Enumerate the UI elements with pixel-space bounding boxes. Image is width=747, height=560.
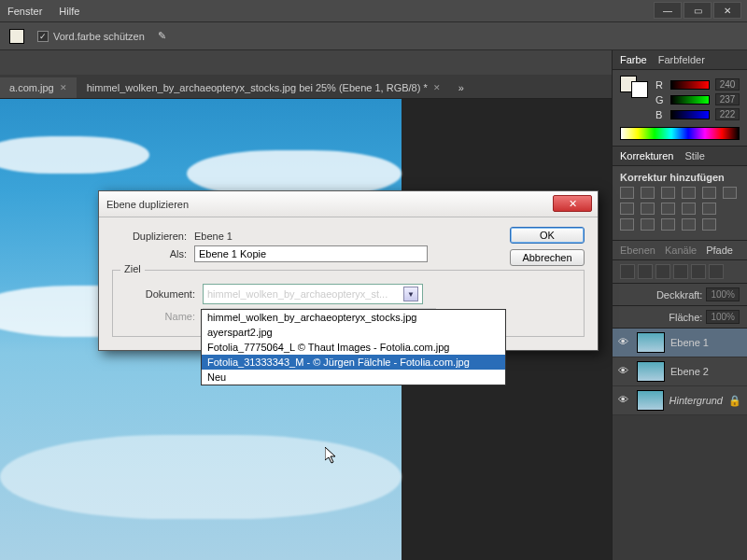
color-spectrum[interactable] — [620, 127, 740, 140]
layer-filter-icon[interactable] — [620, 264, 635, 279]
document-dropdown-list: himmel_wolken_by_archaeopteryx_stocks.jp… — [201, 309, 506, 385]
tab-doc2[interactable]: himmel_wolken_by_archaeopteryx_stocks.jp… — [78, 77, 450, 98]
layer-thumb[interactable] — [637, 390, 664, 411]
tab-farbfelder[interactable]: Farbfelder — [658, 54, 705, 65]
tab-farbe[interactable]: Farbe — [620, 54, 647, 65]
dropdown-option[interactable]: ayerspart2.jpg — [202, 325, 505, 340]
dropdown-option[interactable]: Neu — [202, 370, 505, 385]
adj-icon[interactable] — [682, 187, 696, 199]
layer-filter-icon[interactable] — [691, 264, 706, 279]
eye-icon[interactable]: 👁 — [618, 365, 631, 378]
adj-icon[interactable] — [620, 218, 634, 231]
adj-icon[interactable] — [641, 218, 655, 231]
tab-stile[interactable]: Stile — [684, 150, 704, 161]
dialog-close-button[interactable]: ✕ — [553, 195, 592, 212]
tab-kanale[interactable]: Kanäle — [665, 245, 697, 256]
adj-title: Korrektur hinzufügen — [620, 172, 740, 183]
opacity-label: Deckkraft: — [656, 289, 703, 301]
fill-label: Fläche: — [669, 312, 702, 323]
layer-filter-icon[interactable] — [655, 264, 670, 279]
tab-overflow[interactable]: » — [451, 77, 472, 98]
adj-icon[interactable] — [620, 187, 634, 199]
tab-doc1[interactable]: a.com.jpg✕ — [0, 77, 77, 98]
as-label: Als: — [112, 248, 194, 259]
cancel-button[interactable]: Abbrechen — [510, 249, 585, 266]
fill-field[interactable]: 100% — [706, 310, 740, 324]
ok-button[interactable]: OK — [510, 227, 585, 244]
duplicate-value: Ebene 1 — [194, 231, 233, 242]
duplicate-label: Duplizieren: — [112, 231, 194, 242]
color-panel: R240 G237 B222 — [613, 70, 747, 147]
protect-fg-label: Vord.farbe schützen — [53, 31, 145, 42]
adj-icon[interactable] — [682, 203, 696, 215]
tab-korrekturen[interactable]: Korrekturen — [620, 150, 673, 161]
adj-icon[interactable] — [661, 218, 675, 231]
layer-filter-icon[interactable] — [709, 264, 724, 279]
close-icon[interactable]: ✕ — [433, 83, 441, 92]
adj-icon[interactable] — [702, 203, 716, 215]
adj-icon[interactable] — [723, 187, 737, 199]
layer-name: Ebene 2 — [670, 366, 709, 377]
layer-name: Ebene 1 — [670, 337, 709, 348]
layer-row[interactable]: 👁Ebene 1 — [613, 329, 747, 357]
eye-icon[interactable]: 👁 — [618, 394, 631, 407]
tab-ebenen[interactable]: Ebenen — [620, 245, 655, 256]
document-combo[interactable]: himmel_wolken_by_archaeopteryx_st...▼ — [203, 284, 423, 304]
name-label: Name: — [120, 311, 203, 322]
window-close[interactable]: ✕ — [713, 2, 741, 19]
dropdown-option[interactable]: himmel_wolken_by_archaeopteryx_stocks.jp… — [202, 310, 505, 325]
document-label: Dokument: — [120, 288, 203, 300]
layer-thumb[interactable] — [637, 361, 665, 382]
adj-icon[interactable] — [682, 218, 696, 231]
g-slider[interactable] — [670, 95, 710, 105]
protect-fg-checkbox[interactable] — [37, 31, 49, 42]
r-slider[interactable] — [670, 80, 710, 90]
lock-icon: 🔒 — [728, 395, 741, 407]
menu-fenster[interactable]: Fenster — [7, 6, 42, 17]
layer-row[interactable]: 👁Ebene 2 — [613, 357, 747, 386]
layer-name: Hintergrund — [669, 395, 723, 406]
adjustments-panel: Korrektur hinzufügen — [613, 166, 747, 241]
opacity-field[interactable]: 100% — [706, 287, 740, 301]
adj-icon[interactable] — [661, 187, 675, 199]
menu-hilfe[interactable]: Hilfe — [59, 6, 79, 17]
eye-icon[interactable]: 👁 — [618, 336, 631, 349]
bg-color[interactable] — [631, 81, 648, 98]
dropdown-option[interactable]: Fotolia_7775064_L © Thaut Images - Fotol… — [202, 340, 505, 355]
window-minimize[interactable]: — — [654, 2, 682, 19]
dialog-title: Ebene duplizieren — [106, 199, 189, 210]
layer-row[interactable]: 👁Hintergrund🔒 — [613, 386, 747, 415]
layer-filter-icon[interactable] — [638, 264, 653, 279]
as-input[interactable] — [194, 245, 428, 262]
target-legend: Ziel — [120, 263, 145, 274]
window-maximize[interactable]: ▭ — [684, 2, 712, 19]
adj-icon[interactable] — [641, 187, 655, 199]
options-bar: Vord.farbe schützen ✎ — [0, 22, 747, 50]
dialog-titlebar[interactable]: Ebene duplizieren ✕ — [99, 191, 598, 217]
dropdown-option[interactable]: Fotolia_31333343_M - © Jürgen Fälchle - … — [202, 355, 505, 370]
adj-icon[interactable] — [641, 203, 655, 215]
menubar: Fenster Hilfe — ▭ ✕ — [0, 0, 747, 22]
right-panels: FarbeFarbfelder R240 G237 B222 Korrektur… — [612, 50, 747, 560]
adj-icon[interactable] — [702, 218, 716, 231]
layer-filter-icon[interactable] — [673, 264, 688, 279]
adj-icon[interactable] — [661, 203, 675, 215]
adj-icon[interactable] — [620, 203, 634, 215]
close-icon[interactable]: ✕ — [60, 83, 67, 92]
layer-thumb[interactable] — [637, 332, 665, 353]
tab-pfade[interactable]: Pfade — [706, 245, 733, 256]
b-slider[interactable] — [670, 110, 710, 119]
adj-icon[interactable] — [702, 187, 716, 199]
layers-panel: EbenenKanälePfade Deckkraft:100% Fläche:… — [613, 241, 747, 415]
chevron-down-icon[interactable]: ▼ — [403, 287, 418, 301]
foreground-swatch[interactable] — [9, 29, 24, 44]
brush-icon[interactable]: ✎ — [158, 30, 166, 42]
